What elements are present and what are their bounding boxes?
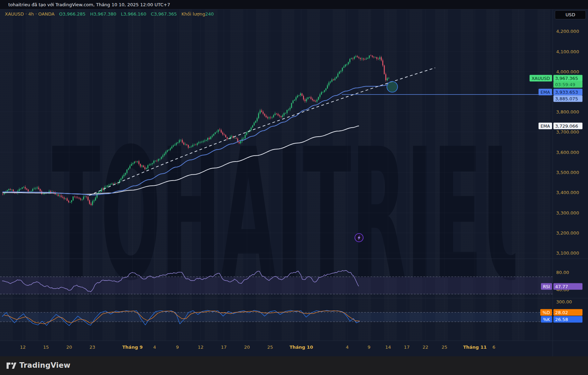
time-month-label: Tháng 10 (290, 345, 313, 350)
symbol-title[interactable]: XAUUSD · 4h · OANDA (5, 11, 55, 17)
price-tick-label: 3,300.000 (556, 210, 579, 216)
ema-slow-price-label: 3,729.066 (553, 123, 582, 129)
tradingview-logo-icon[interactable] (6, 361, 17, 371)
price-tick-label: 3,100.000 (556, 250, 579, 256)
time-day-label: 9 (368, 345, 370, 350)
time-day-label: 22 (423, 345, 429, 350)
stoch-d-value-label: 28.02 (553, 309, 582, 316)
time-day-label: 20 (244, 345, 250, 350)
price-tick-label: 80.00 (556, 270, 569, 275)
ema-fast-price-tag: EMA (539, 89, 552, 95)
price-tick-label: 300.00 (556, 299, 572, 304)
price-tick-label: 4,100.000 (556, 49, 579, 54)
ellipse-drawing-marker[interactable] (387, 82, 398, 92)
time-day-label: 25 (442, 345, 448, 350)
price-tick-label: 3,700.000 (556, 129, 579, 135)
price-tick-label: 3,600.000 (556, 150, 579, 155)
time-day-label: 12 (20, 345, 26, 350)
price-tick-label: 3,500.000 (556, 170, 579, 175)
ema-fast-price-label: 3,933.653 (553, 89, 582, 95)
ohlc-open-label: O (59, 11, 63, 17)
price-tick-label: 4,200.000 (556, 29, 579, 34)
ohlc-close-label: C (151, 11, 154, 17)
chart-canvas[interactable] (0, 0, 588, 375)
stoch-d-value-tag: %D (540, 309, 552, 316)
time-day-label: 14 (385, 345, 391, 350)
rsi-value-tag: RSI (541, 283, 552, 290)
price-tick-label: 3,800.000 (556, 109, 579, 115)
tradingview-chart-window: tohaitrieu đã tạo với TradingView.com, T… (0, 0, 588, 375)
lightning-button[interactable] (355, 234, 363, 242)
xauusd-price-tag: XAUUSD (530, 75, 552, 82)
time-day-label: 20 (66, 345, 72, 350)
stoch-k-value-tag: %K (541, 316, 552, 323)
xauusd-price-label: 3,967.365 (553, 75, 582, 82)
footer-bar: TradingView (0, 356, 588, 375)
time-day-label: 23 (90, 345, 95, 350)
ohlc-high-value: 3,967.380 (93, 11, 116, 17)
stoch-k-value-label: 26.58 (553, 316, 582, 323)
symbol-legend[interactable]: XAUUSD · 4h · OANDA O3,966.285 H3,967.38… (5, 11, 214, 17)
tradingview-brand[interactable]: TradingView (19, 361, 71, 369)
time-day-label: 12 (198, 345, 204, 350)
ohlc-low-value: 3,966.160 (123, 11, 146, 17)
time-day-label: 15 (43, 345, 49, 350)
volume-value: 240 (205, 11, 214, 17)
ohlc-low-label: L (121, 11, 123, 17)
countdown-label: 03:59:49 (553, 81, 582, 88)
volume-label: Khối lượng (181, 11, 205, 17)
ema-slow-price-tag: EMA (539, 123, 552, 129)
currency-toggle-button[interactable]: USD (555, 10, 586, 19)
time-month-label: Tháng 11 (463, 345, 487, 350)
time-day-label: 17 (404, 345, 410, 350)
time-day-label: 9 (176, 345, 179, 350)
price-tick-label: 4,000.000 (556, 69, 579, 74)
time-month-label: Tháng 9 (122, 345, 143, 350)
time-day-label: 4 (346, 345, 349, 350)
ray-price-label: 3,885.075 (553, 95, 582, 102)
ohlc-open-value: 3,966.285 (63, 11, 85, 17)
time-day-label: 4 (153, 345, 156, 350)
time-day-label: 17 (221, 345, 227, 350)
price-tick-label: 3,200.000 (556, 230, 579, 236)
price-tick-label: 3,400.000 (556, 190, 579, 195)
ohlc-high-label: H (90, 11, 93, 17)
time-day-label: 25 (267, 345, 273, 350)
ohlc-close-value: 3,967.365 (154, 11, 177, 17)
rsi-value-label: 47.77 (553, 283, 582, 290)
time-day-label: 6 (493, 345, 495, 350)
